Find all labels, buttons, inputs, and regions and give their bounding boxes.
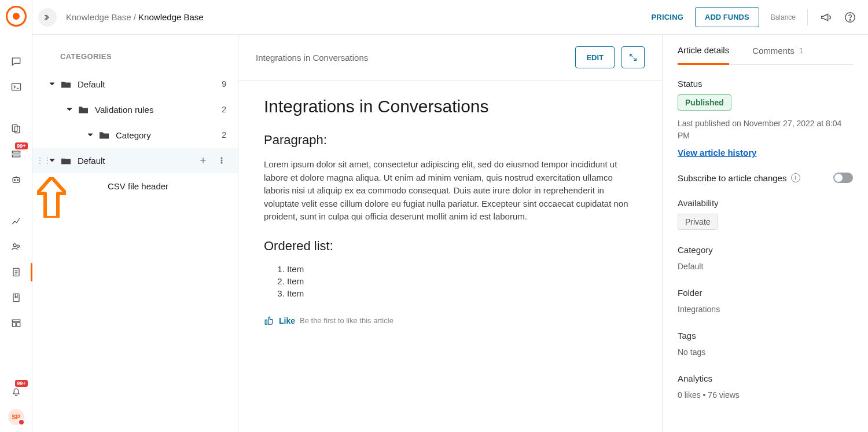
pricing-link[interactable]: PRICING (651, 13, 683, 21)
comments-count: 1 (799, 46, 803, 55)
drag-handle-icon[interactable]: ⋮⋮ (36, 156, 51, 165)
svg-rect-23 (796, 177, 797, 180)
tree-label: Category (116, 130, 151, 140)
chevron-down-icon[interactable] (66, 105, 75, 114)
list-item: Item (287, 264, 630, 274)
user-avatar[interactable]: SP (8, 409, 24, 425)
category-label: Category (678, 245, 853, 255)
rail-team-icon[interactable] (5, 235, 28, 258)
rail-bot-icon[interactable] (5, 168, 28, 191)
svg-point-16 (849, 19, 850, 20)
view-history-link[interactable]: View article history (678, 148, 756, 158)
svg-rect-11 (13, 294, 19, 301)
category-value: Default (678, 261, 853, 273)
svg-point-22 (795, 175, 796, 177)
tab-article-details[interactable]: Article details (678, 45, 729, 65)
rail-terminal-icon[interactable] (5, 75, 28, 98)
article-head-title: Integrations in Conversations (256, 53, 368, 63)
folder-open-icon (60, 156, 72, 165)
edit-button[interactable]: EDIT (575, 46, 615, 68)
megaphone-icon[interactable] (819, 11, 832, 24)
chevron-down-icon[interactable] (49, 79, 58, 89)
rail-bell-badge: 99+ (15, 380, 27, 387)
tree-label: Validation rules (95, 105, 153, 115)
tree-row[interactable]: Validation rules 2 (32, 97, 238, 122)
expand-button[interactable] (621, 46, 645, 68)
rail-docs-icon[interactable] (5, 117, 28, 140)
add-funds-button[interactable]: ADD FUNDS (695, 7, 759, 27)
list-item: Item (287, 276, 630, 286)
published-text: Last published on November 27, 2022 at 8… (678, 118, 853, 142)
availability-badge: Private (678, 214, 718, 230)
status-badge: Published (678, 94, 731, 111)
svg-rect-12 (12, 320, 20, 321)
tree-row[interactable]: Default 9 (32, 71, 238, 97)
svg-rect-17 (61, 81, 71, 82)
breadcrumb-current: Knowledge Base (138, 12, 204, 22)
svg-point-8 (13, 244, 16, 247)
svg-point-19 (221, 158, 222, 159)
app-logo[interactable] (6, 6, 27, 27)
rail-knowledge-icon[interactable] (5, 261, 28, 284)
tree-label: Default (78, 156, 105, 166)
info-icon[interactable] (791, 173, 800, 182)
section-heading: Paragraph: (264, 133, 630, 148)
breadcrumb-root[interactable]: Knowledge Base (66, 12, 131, 22)
svg-point-7 (17, 180, 18, 181)
article-paragraph: Lorem ipsum dolor sit amet, consectetur … (264, 158, 630, 224)
svg-point-9 (17, 245, 19, 247)
tab-comments[interactable]: Comments 1 (752, 45, 803, 64)
tree-label: Default (78, 79, 105, 89)
subscribe-toggle[interactable] (833, 173, 853, 183)
like-label: Like (279, 316, 295, 325)
callout-arrow-icon (37, 177, 66, 220)
rail-feed-badge: 99+ (15, 142, 27, 149)
collapse-sidebar-button[interactable] (38, 8, 57, 27)
tree-row[interactable]: Category 2 (32, 122, 238, 148)
analytics-label: Analytics (678, 374, 853, 383)
svg-rect-18 (61, 158, 71, 159)
tree-count: 9 (222, 79, 226, 89)
svg-point-20 (221, 160, 222, 161)
svg-point-21 (221, 162, 222, 163)
section-heading: Ordered list: (264, 239, 630, 254)
tree-row-selected[interactable]: ⋮⋮ Default (32, 148, 238, 173)
tree-label: CSV file header (108, 181, 168, 191)
list-item: Item (287, 288, 630, 298)
rail-chat-icon[interactable] (5, 50, 28, 73)
tags-label: Tags (678, 331, 853, 341)
tree-count: 2 (222, 130, 226, 140)
like-hint: Be the first to like this article (300, 316, 393, 325)
folder-label: Folder (678, 288, 853, 298)
breadcrumb: Knowledge Base / Knowledge Base (66, 12, 204, 22)
rail-analytics-icon[interactable] (5, 210, 28, 233)
tags-value: No tags (678, 346, 853, 358)
availability-label: Availability (678, 198, 853, 208)
svg-rect-13 (12, 323, 16, 327)
svg-rect-3 (12, 151, 20, 153)
article-ordered-list: Item Item Item (264, 264, 630, 298)
rail-feed-icon[interactable]: 99+ (5, 142, 28, 166)
rail-apps-icon[interactable] (5, 312, 28, 335)
subscribe-label: Subscribe to article changes (678, 173, 786, 183)
balance-label: Balance (771, 13, 796, 21)
thumbs-up-icon (264, 316, 274, 326)
article-title: Integrations in Conversations (264, 97, 630, 116)
like-button[interactable]: Like Be the first to like this article (264, 316, 630, 326)
rail-bell-icon[interactable]: 99+ (5, 380, 28, 403)
svg-rect-14 (16, 323, 20, 327)
folder-value: Integrations (678, 303, 853, 316)
status-label: Status (678, 79, 853, 89)
chevron-down-icon[interactable] (87, 130, 96, 140)
categories-title: CATEGORIES (32, 52, 238, 71)
tree-count: 2 (222, 105, 226, 114)
more-icon[interactable] (217, 156, 226, 165)
analytics-value: 0 likes • 76 views (678, 389, 853, 401)
folder-icon (78, 105, 89, 114)
add-icon[interactable] (198, 156, 208, 165)
help-icon[interactable] (844, 11, 856, 24)
svg-rect-0 (12, 83, 20, 90)
svg-point-6 (14, 180, 15, 181)
rail-bookmarks-icon[interactable] (5, 286, 28, 309)
folder-open-icon (60, 79, 72, 89)
